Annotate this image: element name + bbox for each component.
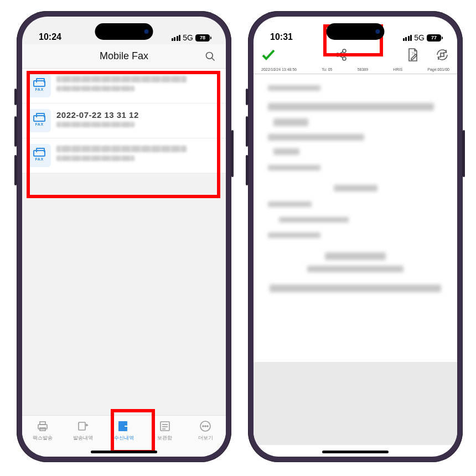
document-footer-area [253, 362, 457, 445]
share-button[interactable] [334, 48, 348, 64]
fax-row-title-blurred [56, 146, 187, 152]
doc-text-blurred [268, 165, 320, 170]
document-meta-row: 2022/10/24 13:48:56 To: 05 58389 HRIS Pa… [253, 68, 457, 74]
tab-sent-history[interactable]: 발송내역 [63, 419, 104, 442]
fax-row[interactable]: FAX [22, 138, 226, 173]
svg-rect-3 [40, 422, 45, 425]
fax-icon: FAX [28, 144, 51, 167]
doc-text-blurred [279, 217, 349, 223]
doc-text-blurred [325, 252, 386, 260]
svg-point-14 [207, 426, 208, 427]
signal-icon [403, 35, 412, 41]
fax-row[interactable]: FAX [22, 69, 226, 104]
tab-label: 팩스발송 [22, 434, 63, 442]
screen-right: 10:31 5G 77 [253, 17, 457, 457]
status-time: 10:24 [39, 32, 61, 42]
rotate-button[interactable] [435, 48, 449, 64]
document-preview[interactable] [253, 74, 457, 362]
svg-point-12 [203, 426, 204, 427]
side-button [14, 89, 17, 105]
battery-icon: 77 [427, 34, 443, 42]
app-title-bar: Mobile Fax [22, 44, 226, 69]
doc-text-blurred [273, 148, 299, 155]
svg-rect-21 [441, 53, 444, 56]
fax-list: FAX FAX 2022-07-22 13 31 12 [22, 69, 226, 173]
phone-frame-left: 10:24 5G 78 Mobile Fax FAX [17, 11, 231, 462]
dynamic-island [327, 23, 385, 40]
side-button [246, 89, 248, 105]
status-time: 10:31 [270, 32, 293, 42]
search-button[interactable] [205, 51, 216, 62]
signal-icon [172, 35, 181, 41]
side-button [14, 116, 17, 147]
archive-icon [159, 420, 171, 432]
fax-row-title-blurred [56, 76, 187, 82]
tab-received-history[interactable]: 수신내역 [104, 419, 144, 442]
svg-point-17 [343, 57, 346, 60]
doc-text-blurred [307, 266, 403, 272]
document-edit-icon: 가 [406, 48, 420, 62]
svg-line-1 [212, 58, 215, 60]
fax-icon: FAX [28, 109, 51, 132]
svg-line-19 [339, 56, 343, 58]
svg-line-18 [339, 52, 343, 54]
screen-left: 10:24 5G 78 Mobile Fax FAX [22, 17, 226, 457]
rotate-icon [435, 48, 449, 62]
network-label: 5G [414, 33, 425, 42]
confirm-button[interactable] [261, 49, 276, 63]
app-title: Mobile Fax [100, 50, 148, 62]
fax-icon: FAX [28, 74, 51, 97]
svg-point-15 [336, 53, 339, 56]
tab-more[interactable]: 더보기 [185, 419, 226, 442]
tab-label: 더보기 [185, 434, 226, 442]
phone-frame-right: 10:31 5G 77 [248, 11, 463, 462]
docmeta-page: Page:001/00 [427, 68, 449, 71]
doc-text-blurred [268, 134, 364, 141]
docmeta-id: 58389 [358, 68, 368, 71]
fax-row-sub-blurred [56, 122, 134, 127]
viewer-toolbar: 가 [253, 44, 457, 68]
battery-icon: 78 [195, 34, 211, 42]
docmeta-to: To: 05 [322, 68, 332, 71]
fax-row-sub-blurred [56, 156, 134, 161]
tab-label: 발송내역 [63, 434, 104, 442]
more-icon [199, 420, 211, 432]
outbox-icon [76, 420, 90, 432]
check-icon [261, 49, 276, 61]
fax-row-sub-blurred [56, 86, 134, 91]
side-button [14, 155, 17, 185]
battery-level: 78 [195, 34, 210, 42]
side-button [463, 130, 465, 177]
doc-text-blurred [268, 85, 320, 91]
tab-archive[interactable]: 보관함 [144, 419, 185, 442]
share-icon [334, 48, 348, 61]
svg-rect-5 [79, 422, 85, 430]
side-button [246, 155, 248, 185]
battery-level: 77 [427, 34, 441, 42]
doc-text-blurred [268, 232, 320, 238]
printer-icon [36, 420, 49, 432]
fax-row[interactable]: FAX 2022-07-22 13 31 12 [22, 104, 226, 138]
home-indicator[interactable] [91, 451, 157, 453]
fax-row-title: 2022-07-22 13 31 12 [56, 110, 219, 120]
side-button [231, 130, 234, 177]
doc-text-blurred [270, 284, 441, 292]
doc-text-blurred [268, 201, 312, 207]
doc-text-blurred [334, 185, 377, 192]
tab-send-fax[interactable]: 팩스발송 [22, 419, 63, 442]
svg-point-13 [205, 426, 206, 427]
tab-label: 보관함 [144, 434, 185, 442]
doc-text-blurred [273, 118, 308, 126]
dynamic-island [95, 23, 153, 40]
svg-point-16 [343, 49, 346, 53]
doc-text-blurred [268, 103, 434, 111]
edit-document-button[interactable]: 가 [406, 48, 420, 64]
home-indicator[interactable] [322, 451, 389, 453]
tab-label: 수신내역 [104, 434, 144, 442]
docmeta-date: 2022/10/24 13:48:56 [261, 68, 297, 71]
inbox-icon [117, 420, 131, 433]
side-button [246, 116, 248, 147]
network-label: 5G [183, 33, 193, 42]
svg-point-0 [206, 52, 213, 59]
docmeta-sys: HRIS [393, 68, 402, 71]
